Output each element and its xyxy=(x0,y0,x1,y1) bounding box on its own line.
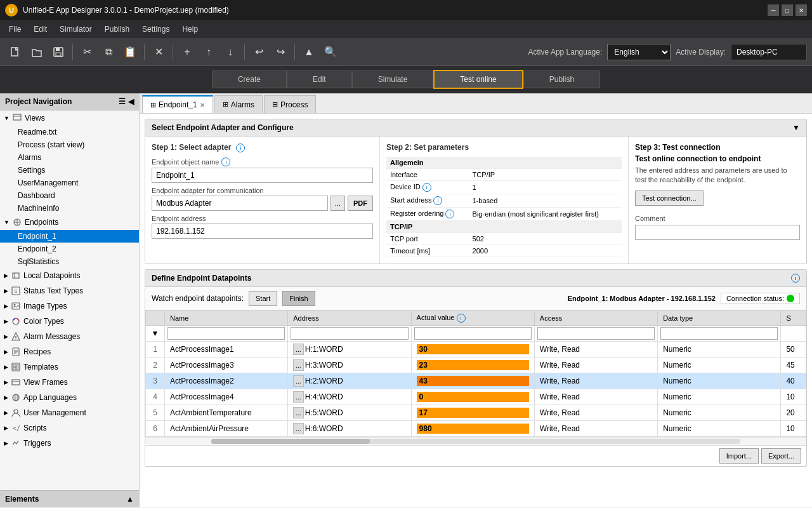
sidebar-item-process[interactable]: Process (start view) xyxy=(0,138,139,151)
table-row[interactable]: 5 ActAmbientTemperature ... H:5:WORD 17 … xyxy=(146,405,806,421)
cut-button[interactable]: ✂ xyxy=(77,42,97,62)
sidebar-group-local-dp[interactable]: ▶ Local Datapoints xyxy=(0,268,139,283)
startaddr-info[interactable]: i xyxy=(433,196,442,205)
timeout-value[interactable]: 2000 xyxy=(469,245,622,257)
deviceid-info[interactable]: i xyxy=(422,183,431,192)
row-value[interactable]: 0 xyxy=(411,389,534,405)
value-info-icon[interactable]: i xyxy=(457,314,466,323)
row-name[interactable]: ActProcessImage4 xyxy=(165,389,288,405)
sidebar-item-endpoint1[interactable]: Endpoint_1 xyxy=(0,230,139,243)
sidebar-group-usermgmt[interactable]: ▶ User Management xyxy=(0,405,139,420)
datapoints-table-scroll[interactable]: Name Address Actual value i Access Data … xyxy=(145,311,806,437)
copy-button[interactable]: ⧉ xyxy=(98,42,119,62)
minimize-button[interactable]: ─ xyxy=(768,4,779,16)
maximize-button[interactable]: □ xyxy=(782,4,793,16)
address-dots-btn[interactable]: ... xyxy=(293,391,303,403)
filter-address-cell[interactable] xyxy=(288,326,411,342)
h-scrollbar[interactable] xyxy=(145,437,806,445)
address-dots-btn[interactable]: ... xyxy=(293,344,303,355)
sidebar-group-image-types[interactable]: ▶ Image Types xyxy=(0,298,139,314)
import-button[interactable]: Import... xyxy=(719,448,759,464)
sidebar-elements-footer[interactable]: Elements ▲ xyxy=(0,490,139,507)
deviceid-value[interactable]: 1 xyxy=(469,181,622,194)
tab-endpoint1-close[interactable]: ✕ xyxy=(200,102,205,109)
sidebar-collapse-icon[interactable]: ◀ xyxy=(128,97,134,106)
row-value[interactable]: 17 xyxy=(411,405,534,421)
endpoint-name-info[interactable]: i xyxy=(221,157,230,166)
row-name[interactable]: ActAmbientTemperature xyxy=(165,405,288,421)
mode-simulate[interactable]: Simulate xyxy=(352,70,434,88)
mode-create[interactable]: Create xyxy=(212,70,287,88)
menu-settings[interactable]: Settings xyxy=(136,22,176,36)
pdf-button[interactable]: PDF xyxy=(348,196,373,211)
move-down-button[interactable]: ↓ xyxy=(220,42,240,62)
filter-address-input[interactable] xyxy=(291,327,408,340)
open-button[interactable] xyxy=(27,42,47,62)
address-dots-btn[interactable]: ... xyxy=(293,359,303,371)
filter-dtype-input[interactable] xyxy=(660,327,778,340)
redo-button[interactable]: ↪ xyxy=(270,42,291,62)
comment-input[interactable] xyxy=(635,225,800,240)
interface-value[interactable]: TCP/IP xyxy=(469,169,622,181)
menu-publish[interactable]: Publish xyxy=(98,22,136,36)
row-name[interactable]: ActProcessImage1 xyxy=(165,342,288,358)
sidebar-item-sqlstats[interactable]: SqlStatistics xyxy=(0,255,139,268)
tcpport-value[interactable]: 502 xyxy=(469,233,622,245)
table-row[interactable]: 1 ActProcessImage1 ... H:1:WORD 30 Write… xyxy=(146,342,806,358)
sidebar-group-alarm-msg[interactable]: ▶ Alarm Messages xyxy=(0,329,139,344)
menu-edit[interactable]: Edit xyxy=(27,22,53,36)
filter-name-input[interactable] xyxy=(167,327,285,340)
row-name[interactable]: ActProcessImage3 xyxy=(165,358,288,373)
sidebar-group-status-types[interactable]: ▶ S Status Text Types xyxy=(0,283,139,298)
address-dots-btn[interactable]: ... xyxy=(293,407,303,418)
step1-info-icon[interactable]: i xyxy=(236,144,245,152)
save-button[interactable] xyxy=(48,42,69,62)
endpoint-name-input[interactable] xyxy=(152,168,373,183)
delete-button[interactable]: ✕ xyxy=(148,42,169,62)
mode-edit[interactable]: Edit xyxy=(287,70,352,88)
sidebar-group-scripts[interactable]: ▶ </> Scripts xyxy=(0,420,139,436)
filter-access-cell[interactable] xyxy=(534,326,657,342)
menu-help[interactable]: Help xyxy=(176,22,204,36)
address-dots-btn[interactable]: ... xyxy=(293,375,303,387)
undo-button[interactable]: ↩ xyxy=(249,42,269,62)
filter-name-cell[interactable] xyxy=(165,326,288,342)
sidebar-item-readme[interactable]: Readme.txt xyxy=(0,126,139,138)
regordering-info[interactable]: i xyxy=(445,210,454,218)
tab-endpoint1[interactable]: ⊞ Endpoint_1 ✕ xyxy=(142,95,213,113)
adapter-input[interactable] xyxy=(152,196,328,211)
row-value[interactable]: 30 xyxy=(411,342,534,358)
export-button[interactable]: Export... xyxy=(761,448,801,464)
datapoints-info-icon[interactable]: i xyxy=(791,274,800,283)
filter-access-input[interactable] xyxy=(537,327,655,340)
sidebar-item-endpoint2[interactable]: Endpoint_2 xyxy=(0,243,139,255)
move-up-button[interactable]: ↑ xyxy=(199,42,219,62)
row-value[interactable]: 43 xyxy=(411,373,534,389)
scrollbar-thumb[interactable] xyxy=(211,439,370,444)
start-button[interactable]: Start xyxy=(249,291,277,306)
table-row[interactable]: 2 ActProcessImage3 ... H:3:WORD 23 Write… xyxy=(146,358,806,373)
sidebar-group-color-types[interactable]: ▶ Color Types xyxy=(0,314,139,329)
menu-simulator[interactable]: Simulator xyxy=(53,22,98,36)
language-select[interactable]: English xyxy=(607,44,671,60)
finish-button[interactable]: Finish xyxy=(282,291,315,306)
sidebar-group-applang[interactable]: ▶ App Languages xyxy=(0,390,139,405)
menu-file[interactable]: File xyxy=(3,22,27,36)
table-row[interactable]: 3 ActProcessImage2 ... H:2:WORD 43 Write… xyxy=(146,373,806,389)
sidebar-menu-icon[interactable]: ☰ xyxy=(119,97,126,106)
regordering-value[interactable]: Big-endian (most significant register fi… xyxy=(469,208,622,221)
adapter-browse-button[interactable]: ... xyxy=(331,196,345,211)
sidebar-item-alarms[interactable]: Alarms xyxy=(0,151,139,164)
sidebar-item-usermgmt[interactable]: UserManagement xyxy=(0,177,139,189)
sidebar-item-dashboard[interactable]: Dashboard xyxy=(0,189,139,202)
configure-collapse-icon[interactable]: ▼ xyxy=(792,123,800,132)
address-dots-btn[interactable]: ... xyxy=(293,423,303,434)
tab-process[interactable]: ⊞ Process xyxy=(264,95,316,113)
sidebar-group-views[interactable]: ▼ Views xyxy=(0,110,139,126)
table-row[interactable]: 6 ActAmbientAirPressure ... H:6:WORD 980… xyxy=(146,421,806,437)
sidebar-item-machineinfo[interactable]: MachineInfo xyxy=(0,202,139,215)
sidebar-group-endpoints[interactable]: ▼ Endpoints xyxy=(0,215,139,230)
mode-publish[interactable]: Publish xyxy=(523,70,600,88)
filter-dtype-cell[interactable] xyxy=(658,326,781,342)
sidebar-group-recipes[interactable]: ▶ Recipes xyxy=(0,344,139,359)
